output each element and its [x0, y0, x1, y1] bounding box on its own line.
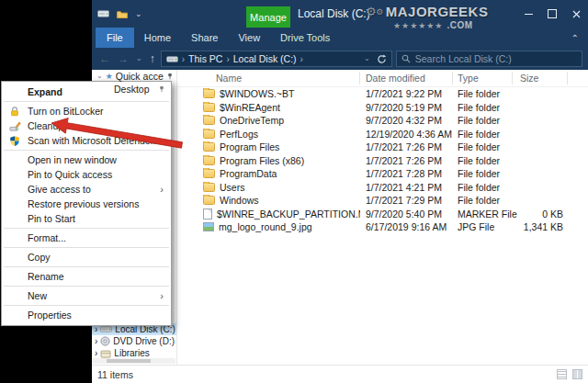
file-type: File folder	[453, 115, 513, 126]
folder-icon	[203, 103, 215, 112]
menu-item-label: Pin to Start	[28, 213, 75, 224]
menu-item-pin-to-start[interactable]: Pin to Start	[2, 211, 171, 226]
file-row[interactable]: $WINRE_BACKUP_PARTITION.MARKER 9/7/2020 …	[177, 208, 588, 221]
file-type: File folder	[453, 195, 513, 206]
menu-item-format[interactable]: Format...	[2, 231, 171, 245]
file-date: 6/17/2019 9:16 AM	[360, 221, 453, 232]
scrollbar-thumb[interactable]	[107, 359, 150, 363]
column-header-name[interactable]: Name	[177, 72, 360, 84]
menu-item-properties[interactable]: Properties	[2, 308, 171, 322]
qat-dropdown-icon[interactable]: ⌄	[135, 10, 142, 18]
up-icon[interactable]: ↑	[148, 53, 157, 64]
tab-drive-tools[interactable]: Drive Tools	[270, 28, 340, 48]
details-view-icon[interactable]	[557, 369, 567, 379]
maximize-button[interactable]	[540, 0, 564, 28]
menu-item-rename[interactable]: Rename	[2, 269, 171, 284]
file-name: Program Files	[220, 141, 279, 152]
explorer-window-icon	[97, 9, 109, 18]
file-row[interactable]: ProgramData 1/7/2021 7:28 PM File folder	[177, 167, 588, 181]
breadcrumb-chevron-icon: ›	[300, 54, 303, 64]
thumbnail-view-icon[interactable]	[572, 369, 582, 379]
column-headers: Name Date modified Type Size	[177, 70, 588, 87]
refresh-icon[interactable]	[377, 54, 387, 64]
menu-item-new[interactable]: New ›	[2, 288, 171, 303]
menu-item-label: Pin to Quick access	[28, 169, 112, 180]
file-name: $WINRE_BACKUP_PARTITION.MARKER	[217, 208, 360, 220]
title-bar: ⌄ Manage Local Disk (C:)	[92, 0, 588, 28]
back-icon[interactable]: ←	[97, 53, 112, 64]
sidebar-item-desktop[interactable]: Desktop	[92, 83, 176, 95]
bitlocker-lock-icon	[7, 106, 22, 118]
column-header-date-modified[interactable]: Date modified	[360, 72, 453, 84]
file-date: 1/7/2021 9:22 PM	[360, 88, 453, 99]
menu-item-restore-previous-versions[interactable]: Restore previous versions	[2, 197, 171, 211]
status-bar: 11 items	[92, 365, 588, 383]
file-row[interactable]: PerfLogs 12/19/2020 4:36 AM File folder	[177, 128, 588, 141]
sidebar-item-label: Quick access	[116, 71, 164, 82]
file-date: 1/7/2021 7:26 PM	[360, 155, 453, 166]
pin-icon	[158, 85, 165, 93]
file-row[interactable]: OneDriveTemp 9/7/2020 4:32 PM File folde…	[177, 114, 588, 128]
minimize-button[interactable]	[516, 0, 540, 28]
menu-separator	[4, 150, 169, 151]
menu-item-copy[interactable]: Copy	[2, 250, 171, 265]
address-dropdown-icon[interactable]: ⌄	[362, 55, 372, 62]
menu-item-label: Cleanup	[28, 120, 63, 131]
file-name: $WINDOWS.~BT	[220, 88, 294, 99]
file-row[interactable]: Program Files 1/7/2021 7:26 PM File fold…	[177, 141, 588, 154]
file-date: 1/7/2021 7:29 PM	[360, 195, 453, 206]
menu-item-label: Scan with Microsoft Defender...	[28, 135, 161, 146]
folder-icon	[203, 130, 215, 139]
breadcrumb-chevron-icon: ›	[182, 54, 185, 64]
file-row[interactable]: Program Files (x86) 1/7/2021 7:26 PM Fil…	[177, 154, 588, 168]
breadcrumb-local-disk[interactable]: Local Disk (C:)	[233, 53, 297, 64]
column-header-size[interactable]: Size	[513, 72, 568, 84]
sidebar-item-label: Libraries	[114, 348, 149, 358]
new-folder-icon[interactable]	[117, 10, 128, 18]
chevron-right-icon[interactable]: ›	[95, 348, 97, 358]
menu-item-scan-with-defender[interactable]: Scan with Microsoft Defender...	[2, 133, 171, 148]
column-header-type[interactable]: Type	[453, 72, 513, 84]
file-row[interactable]: mg_logo_round_9.jpg 6/17/2019 9:16 AM JP…	[177, 220, 588, 234]
menu-item-cleanup[interactable]: Cleanup	[2, 118, 171, 133]
file-icon	[203, 208, 212, 220]
sidebar-item-quick-access[interactable]: ⌄ ★ Quick access	[92, 70, 176, 82]
file-type: File folder	[453, 88, 513, 99]
tab-view[interactable]: View	[228, 28, 270, 48]
sidebar-item-dvd-drive[interactable]: › DVD Drive (D:)	[92, 335, 176, 347]
file-date: 9/7/2020 5:40 PM	[360, 208, 453, 220]
file-date: 9/7/2020 4:32 PM	[360, 115, 453, 126]
menu-item-turn-on-bitlocker[interactable]: Turn on BitLocker	[2, 104, 171, 118]
menu-item-give-access-to[interactable]: Give access to ›	[2, 182, 171, 197]
file-name: PerfLogs	[220, 129, 258, 140]
folder-icon	[203, 89, 215, 98]
menu-item-label: Restore previous versions	[28, 198, 139, 209]
tab-file[interactable]: File	[96, 28, 134, 48]
search-input[interactable]: Search Local Disk (C:)	[396, 51, 582, 67]
chevron-down-icon[interactable]: ⌄	[96, 73, 103, 80]
menu-separator	[4, 305, 169, 306]
file-size: 1,341 KB	[513, 221, 568, 232]
address-bar[interactable]: › This PC › Local Disk (C:) › ⌄	[161, 51, 392, 67]
file-name: mg_logo_round_9.jpg	[219, 221, 312, 232]
menu-item-pin-to-quick-access[interactable]: Pin to Quick access	[2, 167, 171, 182]
nav-horizontal-scrollbar[interactable]	[92, 358, 175, 364]
file-size: 0 KB	[513, 208, 568, 220]
menu-item-label: Properties	[28, 310, 72, 321]
menu-item-open-in-new-window[interactable]: Open in new window	[2, 152, 171, 167]
sidebar-item-label: DVD Drive (D:)	[113, 336, 175, 346]
recent-locations-icon[interactable]: ⌄	[134, 55, 144, 62]
folder-icon	[203, 142, 215, 152]
tab-share[interactable]: Share	[181, 28, 228, 48]
file-row[interactable]: $WinREAgent 9/7/2020 5:19 PM File folder	[177, 101, 588, 115]
close-button[interactable]	[564, 0, 588, 28]
file-row[interactable]: Users 1/7/2021 4:21 PM File folder	[177, 181, 588, 195]
ribbon-collapse-icon[interactable]: ⌃	[571, 28, 579, 48]
file-row[interactable]: $WINDOWS.~BT 1/7/2021 9:22 PM File folde…	[177, 87, 588, 101]
forward-icon[interactable]: →	[116, 53, 130, 64]
breadcrumb-this-pc[interactable]: This PC	[188, 53, 222, 64]
file-row[interactable]: Windows 1/7/2021 7:29 PM File folder	[177, 194, 588, 208]
chevron-right-icon[interactable]: ›	[95, 336, 97, 346]
tab-home[interactable]: Home	[134, 28, 181, 48]
file-name: $WinREAgent	[220, 102, 280, 113]
